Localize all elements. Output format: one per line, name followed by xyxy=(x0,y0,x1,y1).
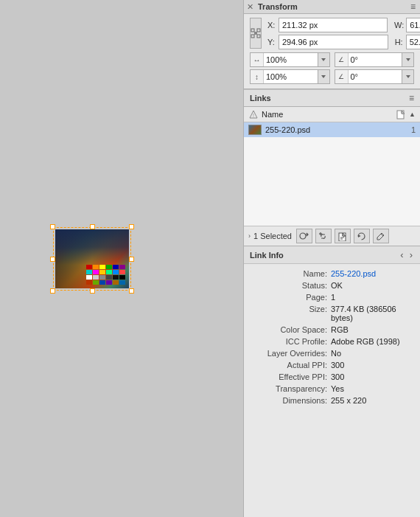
relink-button[interactable] xyxy=(315,229,332,243)
link-row[interactable]: 255-220.psd 1 xyxy=(244,122,420,137)
link-info-prev[interactable]: ‹ xyxy=(399,249,405,260)
info-value: 377.4 KB (386506 bytes) xyxy=(331,305,414,322)
info-row: Page:1 xyxy=(250,291,414,303)
w-input[interactable] xyxy=(406,18,420,32)
svg-rect-1 xyxy=(257,29,260,32)
handle-mr[interactable] xyxy=(129,257,134,262)
links-toolbar: › 1 Selected xyxy=(244,226,420,246)
scale-x-field[interactable]: ↔ 100% xyxy=(250,52,330,67)
goto-link-button[interactable] xyxy=(296,229,312,243)
selected-object[interactable] xyxy=(55,229,129,288)
info-value: No xyxy=(331,349,414,358)
handle-tc[interactable] xyxy=(90,224,95,229)
refresh-button[interactable] xyxy=(354,229,370,243)
info-value: Adobe RGB (1998) xyxy=(331,337,414,346)
shear-field[interactable]: ∠ 0° xyxy=(335,69,415,84)
sort-icon[interactable]: ▲ xyxy=(409,111,416,118)
link-thumbnail xyxy=(248,125,262,135)
scale-x-dropdown[interactable] xyxy=(318,53,329,66)
handle-bl[interactable] xyxy=(50,288,55,294)
info-row: Actual PPI:300 xyxy=(250,359,414,371)
info-value: 255 x 220 xyxy=(331,396,414,405)
svg-point-9 xyxy=(300,233,306,239)
link-info-next[interactable]: › xyxy=(408,249,414,260)
svg-text:!: ! xyxy=(253,113,254,118)
link-info-header: Link Info ‹ › xyxy=(244,246,420,264)
svg-rect-3 xyxy=(257,35,260,38)
svg-marker-16 xyxy=(358,235,361,237)
scale-x-value: 100% xyxy=(264,55,318,64)
info-row: Effective PPI:300 xyxy=(250,371,414,383)
link-name: 255-220.psd xyxy=(265,125,393,134)
info-value: 300 xyxy=(331,372,414,381)
handle-br[interactable] xyxy=(129,288,134,294)
w-label: W: xyxy=(394,21,404,30)
shear-dropdown[interactable] xyxy=(402,70,413,83)
y-input[interactable] xyxy=(279,35,388,49)
link-info-nav: ‹ › xyxy=(399,249,414,260)
info-row: Layer Overrides:No xyxy=(250,347,414,359)
info-key: ICC Profile: xyxy=(250,337,331,346)
transform-title: Transform xyxy=(258,2,410,11)
rotate-icon: ∠ xyxy=(335,53,349,66)
info-key: Effective PPI: xyxy=(250,372,331,381)
info-row: Color Space:RGB xyxy=(250,324,414,336)
scale-y-field[interactable]: ↕ 100% xyxy=(250,69,330,84)
x-label: X: xyxy=(267,21,276,30)
info-key: Color Space: xyxy=(250,325,331,334)
info-value: 1 xyxy=(331,293,414,302)
toolbar-chevron[interactable]: › xyxy=(248,232,251,240)
col-name-header[interactable]: Name xyxy=(262,110,391,119)
rotate-dropdown[interactable] xyxy=(402,53,413,66)
rotate-field[interactable]: ∠ 0° xyxy=(335,52,415,67)
svg-rect-4 xyxy=(254,32,257,35)
info-key: Layer Overrides: xyxy=(250,349,331,358)
warning-col-icon: ! xyxy=(248,109,259,119)
scale-y-dropdown[interactable] xyxy=(318,70,329,83)
links-panel-header: Links ≡ xyxy=(244,89,420,107)
info-value: OK xyxy=(331,281,414,290)
scale-y-icon: ↕ xyxy=(251,70,264,83)
link-page: 1 xyxy=(397,125,416,134)
links-menu-icon[interactable]: ≡ xyxy=(409,93,414,103)
selected-count: 1 Selected xyxy=(253,232,292,240)
info-row: Dimensions:255 x 220 xyxy=(250,395,414,406)
edit-original-button[interactable] xyxy=(373,229,389,243)
links-columns: ! Name ▲ xyxy=(244,107,420,122)
transform-panel: ✕ Transform ≡ xyxy=(244,0,420,89)
update-link-button[interactable] xyxy=(335,229,351,243)
info-value: 300 xyxy=(331,361,414,369)
links-list[interactable]: 255-220.psd 1 xyxy=(244,122,420,226)
info-row: ICC Profile:Adobe RGB (1998) xyxy=(250,336,414,347)
info-value: Yes xyxy=(331,384,414,393)
canvas-area xyxy=(0,0,184,517)
info-row: Transparency:Yes xyxy=(250,383,414,395)
info-key: Page: xyxy=(250,293,331,302)
info-key: Status: xyxy=(250,281,331,290)
x-input[interactable] xyxy=(279,18,388,32)
transform-close-button[interactable]: ✕ xyxy=(247,2,253,12)
info-key: Transparency: xyxy=(250,384,331,393)
info-value: RGB xyxy=(331,325,414,334)
info-key: Actual PPI: xyxy=(250,361,331,369)
shear-value: 0° xyxy=(349,72,402,81)
handle-tr[interactable] xyxy=(129,224,134,229)
links-title: Links xyxy=(250,94,271,103)
handle-bc[interactable] xyxy=(90,288,95,294)
handle-ml[interactable] xyxy=(50,257,55,262)
selection-border xyxy=(53,227,131,291)
y-label: Y: xyxy=(267,38,276,46)
svg-rect-2 xyxy=(251,35,254,38)
h-input[interactable] xyxy=(406,35,420,49)
svg-rect-0 xyxy=(251,29,254,32)
info-value: 255-220.psd xyxy=(331,269,414,278)
scale-y-value: 100% xyxy=(264,72,318,81)
col-page-icon xyxy=(394,108,406,120)
link-info-content: Name:255-220.psdStatus:OKPage:1Size:377.… xyxy=(244,264,420,410)
h-label: H: xyxy=(395,38,404,46)
links-panel: Links ≡ ! Name ▲ xyxy=(244,89,420,517)
anchor-icon[interactable] xyxy=(250,18,262,49)
handle-tl[interactable] xyxy=(50,224,55,229)
transform-menu-icon[interactable]: ≡ xyxy=(410,1,416,12)
info-key: Name: xyxy=(250,269,331,278)
